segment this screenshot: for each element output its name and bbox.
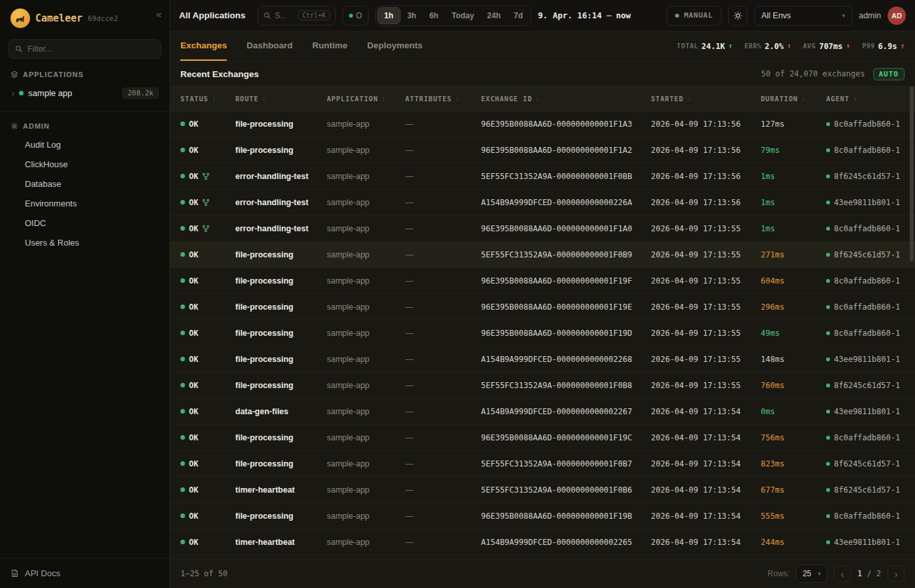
status-label: OK bbox=[189, 355, 198, 364]
column-label: ROUTE bbox=[235, 95, 259, 103]
time-range-7d[interactable]: 7d bbox=[507, 7, 529, 24]
agent-status-dot bbox=[826, 201, 830, 204]
agent-cell: 43ee9811b801-1 bbox=[826, 538, 905, 547]
exchange-row[interactable]: OK file-processing sample-app — 96E395B0… bbox=[170, 425, 915, 451]
column-header-exchange-id[interactable]: EXCHANGE ID ∶ bbox=[481, 95, 651, 103]
rows-per-page-select[interactable]: 25 ▾ bbox=[796, 564, 827, 583]
status-ok-dot bbox=[180, 200, 185, 204]
exchange-row[interactable]: OK file-processing sample-app — 96E395B0… bbox=[170, 111, 915, 137]
time-range-24h[interactable]: 24h bbox=[480, 7, 507, 24]
duration-cell: 1ms bbox=[761, 224, 826, 233]
column-label: AGENT bbox=[826, 95, 850, 103]
table-header-row: STATUS ∶ ROUTE ∶ APPLICATION ∶ ATTRIBUTE… bbox=[170, 86, 915, 111]
next-page-button[interactable]: › bbox=[888, 565, 905, 582]
exchange-id-cell: 96E395B0088AA6D-000000000001F1A2 bbox=[481, 146, 651, 155]
avatar[interactable]: AD bbox=[888, 7, 906, 25]
agent-cell: 8c0affadb860-1 bbox=[826, 433, 905, 442]
attributes-cell: — bbox=[405, 120, 481, 129]
sidebar-filter bbox=[8, 39, 161, 59]
column-header-attributes[interactable]: ATTRIBUTES ∶ bbox=[405, 95, 481, 103]
exchange-row[interactable]: OK file-processing sample-app — 96E395B0… bbox=[170, 294, 915, 320]
exchange-row[interactable]: OK data-gen-files sample-app — A154B9A99… bbox=[170, 399, 915, 425]
route-cell: file-processing bbox=[235, 433, 327, 442]
agent-id: 8c0affadb860-1 bbox=[834, 302, 900, 312]
sidebar-item-database[interactable]: Database bbox=[0, 174, 169, 193]
time-range-1h[interactable]: 1h bbox=[377, 7, 401, 24]
time-range-3h[interactable]: 3h bbox=[401, 7, 423, 24]
route-cell: file-processing bbox=[235, 276, 327, 286]
exchange-row[interactable]: OK file-processing sample-app — 96E395B0… bbox=[170, 268, 915, 294]
exchange-row[interactable]: OK timer-heartbeat sample-app — A154B9A9… bbox=[170, 529, 915, 555]
status-cell: OK bbox=[180, 459, 235, 468]
column-header-agent[interactable]: AGENT ∶ bbox=[826, 95, 905, 103]
exchange-row[interactable]: OK error-handling-test sample-app — 96E3… bbox=[170, 216, 915, 242]
tab-runtime[interactable]: Runtime bbox=[312, 31, 348, 61]
sidebar-item-users-roles[interactable]: Users & Roles bbox=[0, 233, 169, 252]
page-title: All Applications bbox=[179, 10, 246, 20]
exchange-row[interactable]: OK timer-heartbeat sample-app — 5EF55FC3… bbox=[170, 477, 915, 503]
exchange-row[interactable]: OK error-handling-test sample-app — A154… bbox=[170, 189, 915, 216]
trend-up-icon: ↑ bbox=[728, 42, 733, 50]
status-label: OK bbox=[189, 198, 198, 207]
api-docs-link[interactable]: API Docs bbox=[0, 558, 169, 588]
time-range-6h[interactable]: 6h bbox=[423, 7, 445, 24]
sidebar-item-sample-app[interactable]: › sample app 208.2k bbox=[0, 83, 169, 103]
sort-icon: ∶ bbox=[687, 95, 691, 103]
tab-exchanges[interactable]: Exchanges bbox=[180, 31, 227, 61]
exchange-row[interactable]: OK file-processing sample-app — 5EF55FC3… bbox=[170, 372, 915, 399]
attributes-cell: — bbox=[405, 538, 481, 547]
tab-dashboard[interactable]: Dashboard bbox=[246, 31, 293, 61]
status-label: OK bbox=[189, 224, 198, 233]
agent-status-dot bbox=[826, 227, 830, 231]
exchange-row[interactable]: OK file-processing sample-app — 96E395B0… bbox=[170, 503, 915, 529]
agent-status-dot bbox=[826, 462, 830, 466]
agent-cell: 8f6245c61d57-1 bbox=[826, 250, 905, 259]
sidebar-item-clickhouse[interactable]: ClickHouse bbox=[0, 154, 169, 174]
exchange-row[interactable]: OK file-processing sample-app — 96E395B0… bbox=[170, 320, 915, 346]
agent-id: 8f6245c61d57-1 bbox=[834, 250, 900, 259]
column-header-duration[interactable]: DURATION ∶ bbox=[761, 95, 826, 103]
exchange-count-summary: 50 of 24,070 exchanges bbox=[761, 69, 865, 78]
exchange-row[interactable]: OK file-processing sample-app — 5EF55FC3… bbox=[170, 451, 915, 477]
duration-cell: 296ms bbox=[761, 302, 826, 312]
sidebar-item-environments[interactable]: Environments bbox=[0, 193, 169, 213]
attributes-cell: — bbox=[405, 485, 481, 495]
global-search-input[interactable] bbox=[275, 11, 292, 20]
status-cell: OK bbox=[180, 146, 235, 155]
live-toggle[interactable]: O bbox=[342, 6, 369, 25]
prev-page-button[interactable]: ‹ bbox=[834, 565, 851, 582]
sidebar-item-audit-log[interactable]: Audit Log bbox=[0, 135, 169, 154]
manual-mode-button[interactable]: MANUAL bbox=[667, 6, 722, 25]
status-label: OK bbox=[189, 250, 198, 259]
column-header-started[interactable]: STARTED ∶ bbox=[651, 95, 761, 103]
agent-cell: 43ee9811b801-1 bbox=[826, 407, 905, 416]
column-header-route[interactable]: ROUTE ∶ bbox=[235, 95, 327, 103]
exchange-row[interactable]: OK file-processing sample-app — A154B9A9… bbox=[170, 346, 915, 372]
tab-deployments[interactable]: Deployments bbox=[367, 31, 423, 61]
theme-toggle-button[interactable] bbox=[728, 6, 748, 25]
sort-icon: ∶ bbox=[262, 95, 267, 103]
app-count-badge: 208.2k bbox=[122, 88, 159, 99]
table-title-row: Recent Exchanges 50 of 24,070 exchanges … bbox=[170, 61, 915, 86]
application-cell: sample-app bbox=[327, 433, 405, 442]
exchange-row[interactable]: OK file-processing sample-app — 5EF55FC3… bbox=[170, 242, 915, 268]
date-range[interactable]: 9. Apr. 16:14 — now bbox=[538, 10, 631, 20]
sidebar-item-oidc[interactable]: OIDC bbox=[0, 213, 169, 233]
duration-cell: 756ms bbox=[761, 433, 826, 442]
agent-id: 43ee9811b801-1 bbox=[834, 198, 900, 207]
scrollbar-thumb[interactable] bbox=[910, 86, 914, 261]
exchange-row[interactable]: OK file-processing sample-app — 96E395B0… bbox=[170, 137, 915, 163]
chevron-right-icon[interactable]: › bbox=[12, 88, 14, 98]
time-range-today[interactable]: Today bbox=[445, 7, 480, 24]
exchange-row[interactable]: OK error-handling-test sample-app — 5EF5… bbox=[170, 163, 915, 189]
column-label: STATUS bbox=[180, 95, 208, 103]
exchange-id-cell: A154B9A999DFCED-000000000000226A bbox=[481, 198, 651, 207]
column-header-application[interactable]: APPLICATION ∶ bbox=[327, 95, 405, 103]
env-select[interactable]: All Envs ▾ bbox=[754, 6, 852, 25]
sidebar-collapse-button[interactable]: « bbox=[156, 8, 161, 20]
status-ok-dot bbox=[180, 148, 185, 152]
admin-nav: Audit LogClickHouseDatabaseEnvironmentsO… bbox=[0, 135, 169, 252]
sidebar-filter-input[interactable] bbox=[27, 44, 154, 54]
auto-refresh-badge[interactable]: AUTO bbox=[873, 68, 905, 80]
column-header-status[interactable]: STATUS ∶ bbox=[180, 95, 235, 103]
